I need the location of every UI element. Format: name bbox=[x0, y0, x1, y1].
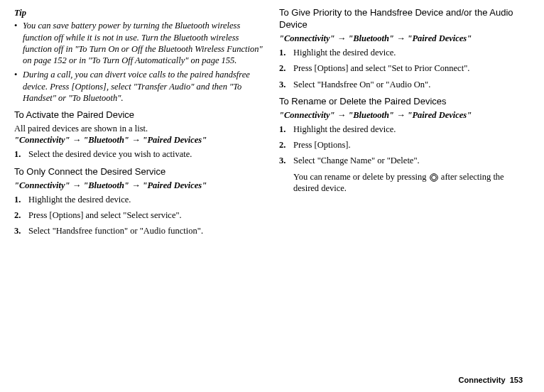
step-number: 1. bbox=[279, 47, 293, 58]
step-row: 2. Press [Options] and select "Select se… bbox=[14, 209, 265, 221]
svg-point-1 bbox=[431, 175, 436, 180]
bullet-dot: • bbox=[14, 69, 23, 104]
heading-connect-service: To Only Connect the Desired Service bbox=[14, 166, 265, 178]
step-number: 1. bbox=[14, 148, 28, 160]
step-row: 1. Highlight the desired device. bbox=[14, 194, 265, 205]
tip-text-1: You can save battery power by turning th… bbox=[23, 20, 265, 66]
footer-page-number: 153 bbox=[510, 376, 523, 384]
note-pre: You can rename or delete by pressing bbox=[293, 172, 429, 182]
nav-path: "Connectivity" → "Bluetooth" → "Paired D… bbox=[279, 33, 530, 44]
step-row: 3. Select "Change Name" or "Delete". bbox=[279, 155, 530, 166]
step-text: Select "Handsfree function" or "Audio fu… bbox=[28, 225, 265, 236]
step-text: Select "Handsfree On" or "Audio On". bbox=[293, 79, 530, 90]
step-row: 1. Select the desired device you wish to… bbox=[14, 148, 265, 160]
step-number: 3. bbox=[14, 225, 28, 236]
step-row: 3. Select "Handsfree function" or "Audio… bbox=[14, 225, 265, 236]
step-text: Select "Change Name" or "Delete". bbox=[293, 155, 530, 166]
page-columns: Tip • You can save battery power by turn… bbox=[14, 7, 530, 241]
step-text: Highlight the desired device. bbox=[293, 47, 530, 58]
footer-section: Connectivity bbox=[459, 376, 506, 384]
step-text: Press [Options] and select "Set to Prior… bbox=[293, 62, 530, 74]
step-row: 2. Press [Options] and select "Set to Pr… bbox=[279, 62, 530, 74]
tip-text-2: During a call, you can divert voice call… bbox=[23, 69, 265, 104]
right-column: To Give Priority to the Handsfree Device… bbox=[279, 7, 530, 241]
step-row: 2. Press [Options]. bbox=[279, 139, 530, 151]
tip-label: Tip bbox=[14, 7, 265, 18]
step-note: You can rename or delete by pressing aft… bbox=[279, 171, 530, 195]
tip-bullet-2: • During a call, you can divert voice ca… bbox=[14, 69, 265, 104]
tip-bullet-1: • You can save battery power by turning … bbox=[14, 20, 265, 66]
step-number: 3. bbox=[279, 155, 293, 166]
step-number: 3. bbox=[279, 79, 293, 90]
step-row: 1. Highlight the desired device. bbox=[279, 47, 530, 58]
heading-priority: To Give Priority to the Handsfree Device… bbox=[279, 7, 530, 31]
step-row: 3. Select "Handsfree On" or "Audio On". bbox=[279, 79, 530, 90]
step-text: Select the desired device you wish to ac… bbox=[28, 148, 265, 160]
left-column: Tip • You can save battery power by turn… bbox=[14, 7, 265, 241]
step-text: Highlight the desired device. bbox=[28, 194, 265, 205]
step-number: 2. bbox=[279, 139, 293, 151]
step-text: Highlight the desired device. bbox=[293, 124, 530, 135]
step-number: 2. bbox=[279, 62, 293, 74]
heading-rename-delete: To Rename or Delete the Paired Devices bbox=[279, 96, 530, 108]
step-text: Press [Options]. bbox=[293, 139, 530, 151]
step-number: 1. bbox=[279, 124, 293, 135]
step-text: Press [Options] and select "Select servi… bbox=[28, 209, 265, 221]
step-number: 2. bbox=[14, 209, 28, 221]
page-footer: Connectivity 153 bbox=[459, 375, 523, 385]
step-row: 1. Highlight the desired device. bbox=[279, 124, 530, 135]
step-number: 1. bbox=[14, 194, 28, 205]
center-key-icon bbox=[430, 173, 438, 182]
nav-path: "Connectivity" → "Bluetooth" → "Paired D… bbox=[14, 134, 265, 146]
nav-path: "Connectivity" → "Bluetooth" → "Paired D… bbox=[14, 180, 265, 191]
intro-text: All paired devices are shown in a list. bbox=[14, 123, 265, 134]
bullet-dot: • bbox=[14, 20, 23, 66]
heading-activate: To Activate the Paired Device bbox=[14, 109, 265, 121]
nav-path: "Connectivity" → "Bluetooth" → "Paired D… bbox=[279, 109, 530, 121]
